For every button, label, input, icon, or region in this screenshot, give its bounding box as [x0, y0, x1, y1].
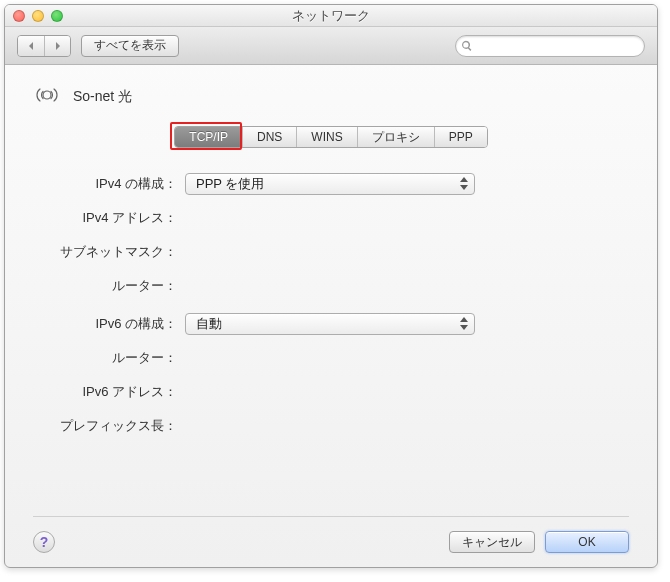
window-title: ネットワーク: [5, 7, 657, 25]
ipv4-address-label: IPv4 アドレス：: [33, 209, 185, 227]
router-label: ルーター：: [33, 277, 185, 295]
ipv4-config-select[interactable]: PPP を使用: [185, 173, 475, 195]
search-input[interactable]: [455, 35, 645, 57]
svg-point-0: [43, 91, 51, 99]
show-all-button[interactable]: すべてを表示: [81, 35, 179, 57]
help-button[interactable]: ?: [33, 531, 55, 553]
tab-ppp[interactable]: PPP: [434, 127, 487, 147]
back-button[interactable]: [18, 36, 44, 56]
chevron-updown-icon: [460, 317, 468, 330]
router2-label: ルーター：: [33, 349, 185, 367]
prefix-label: プレフィックス長：: [33, 417, 185, 435]
forward-button[interactable]: [44, 36, 70, 56]
subnet-label: サブネットマスク：: [33, 243, 185, 261]
chevron-updown-icon: [460, 177, 468, 190]
titlebar: ネットワーク: [5, 5, 657, 27]
content: So-net 光 TCP/IP DNS WINS プロキシ PPP IPv4 の…: [5, 65, 657, 567]
connection-header: So-net 光: [33, 85, 629, 108]
form-area: IPv4 の構成： PPP を使用 IPv4 アドレス： サブネットマスク： ル…: [33, 172, 629, 516]
footer: ? キャンセル OK: [33, 516, 629, 553]
ipv6-address-label: IPv6 アドレス：: [33, 383, 185, 401]
preferences-window: ネットワーク すべてを表示 So-net 光 TCP/IP DNS: [4, 4, 658, 568]
tab-proxy[interactable]: プロキシ: [357, 127, 434, 147]
ipv6-config-label: IPv6 の構成：: [33, 315, 185, 333]
ok-button[interactable]: OK: [545, 531, 629, 553]
ipv6-config-select[interactable]: 自動: [185, 313, 475, 335]
tab-wins[interactable]: WINS: [296, 127, 356, 147]
ipv4-config-label: IPv4 の構成：: [33, 175, 185, 193]
connection-icon: [33, 85, 61, 108]
toolbar: すべてを表示: [5, 27, 657, 65]
nav-segment: [17, 35, 71, 57]
tab-dns[interactable]: DNS: [242, 127, 296, 147]
tab-tcpip[interactable]: TCP/IP: [175, 127, 242, 147]
connection-name: So-net 光: [73, 88, 132, 106]
search-icon: [461, 40, 473, 52]
tab-bar: TCP/IP DNS WINS プロキシ PPP: [174, 126, 487, 148]
cancel-button[interactable]: キャンセル: [449, 531, 535, 553]
